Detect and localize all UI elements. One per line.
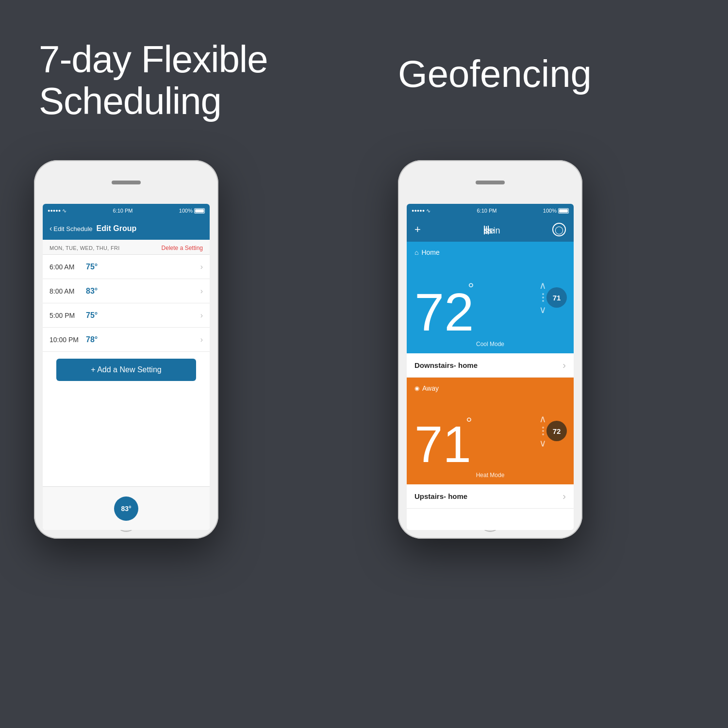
chevron-away: › <box>563 491 566 502</box>
schedule-time-3: 10:00 PM <box>50 336 86 344</box>
schedule-time-0: 6:00 AM <box>50 263 86 271</box>
away-big-temp: 71 <box>414 419 471 470</box>
away-mode: Heat Mode <box>476 472 505 479</box>
background: 7-day Flexible Scheduling Geofencing ●●●… <box>0 0 728 728</box>
temp-dots-away <box>542 427 544 435</box>
battery-label: 100% <box>179 208 193 214</box>
up-chevron-home[interactable]: ∧ <box>539 281 546 290</box>
thermostat-name-away: Upstairs- home <box>414 492 467 500</box>
thermostat-card-home[interactable]: ⌂ Home 72 ° Cool Mode ∧ ∨ 71 <box>407 242 574 353</box>
user-circle-icon: ◯ <box>555 225 563 234</box>
right-phone-screen: ●●●●● ∿ 6:10 PM 100% + sensi ◯ <box>407 204 574 530</box>
phone-left: ●●●●● ∿ 6:10 PM 100% ‹ Edit Schedule Edi… <box>34 160 218 539</box>
chevron-right-2: › <box>200 311 203 320</box>
add-setting-button[interactable]: + Add a New Setting <box>56 359 196 381</box>
status-time-right: 6:10 PM <box>477 208 497 214</box>
thermostat-list-home[interactable]: Downstairs- home › <box>407 353 574 378</box>
chevron-right-1: › <box>200 287 203 296</box>
sensi-logo: sensi <box>483 225 489 235</box>
schedule-item-2[interactable]: 5:00 PM 75° › <box>43 303 210 328</box>
chevron-right-3: › <box>200 335 203 344</box>
schedule-temp-0: 75° <box>86 263 200 271</box>
wifi-icon: ∿ <box>62 208 66 214</box>
down-chevron-away[interactable]: ∨ <box>539 438 546 448</box>
set-temp-away: 72 <box>546 421 567 441</box>
home-label-text: Home <box>421 248 439 256</box>
away-controls: ∧ ∨ <box>539 414 546 448</box>
schedule-item-1[interactable]: 8:00 AM 83° › <box>43 279 210 303</box>
home-controls: ∧ ∨ <box>539 281 546 314</box>
phone-right: ●●●●● ∿ 6:10 PM 100% + sensi ◯ <box>398 160 582 539</box>
battery-label-right: 100% <box>543 208 557 214</box>
left-phone-screen: ●●●●● ∿ 6:10 PM 100% ‹ Edit Schedule Edi… <box>43 204 210 530</box>
status-bar-left: ●●●●● ∿ 6:10 PM 100% <box>43 204 210 217</box>
thermostat-name-home: Downstairs- home <box>414 361 478 369</box>
delete-setting-link[interactable]: Delete a Setting <box>162 245 203 251</box>
signal-area: ●●●●● ∿ <box>48 208 66 214</box>
nav-bar-left: ‹ Edit Schedule Edit Group <box>43 217 210 240</box>
wifi-icon-right: ∿ <box>426 208 430 214</box>
headline-right: Geofencing <box>398 53 592 95</box>
home-degree: ° <box>468 280 474 298</box>
thermostat-card-away[interactable]: ◉ Away 71 ° Heat Mode ∧ ∨ 72 <box>407 378 574 484</box>
chevron-home: › <box>563 360 566 371</box>
home-label: ⌂ Home <box>414 248 440 256</box>
signal-dots-right: ●●●●● <box>412 208 425 213</box>
schedule-header: MON, TUE, WED, THU, FRI Delete a Setting <box>43 240 210 255</box>
chevron-right-0: › <box>200 263 203 271</box>
away-label-text: Away <box>422 384 439 392</box>
speaker-right <box>476 181 505 184</box>
schedule-temp-1: 83° <box>86 287 200 296</box>
schedule-item-0[interactable]: 6:00 AM 75° › <box>43 255 210 279</box>
days-label: MON, TUE, WED, THU, FRI <box>50 245 120 251</box>
battery-fill <box>195 209 204 213</box>
sensi-nav-bar: + sensi ◯ <box>407 217 574 242</box>
status-bar-right: ●●●●● ∿ 6:10 PM 100% <box>407 204 574 217</box>
away-label: ◉ Away <box>414 384 439 392</box>
set-temp-home: 71 <box>546 287 567 308</box>
battery-area: 100% <box>179 208 205 214</box>
battery-fill-right <box>559 209 568 213</box>
battery-area-right: 100% <box>543 208 569 214</box>
battery-icon <box>194 208 205 214</box>
schedule-time-2: 5:00 PM <box>50 312 86 319</box>
schedule-list: 6:00 AM 75° › 8:00 AM 83° › 5:00 PM 75° … <box>43 255 210 352</box>
temp-dots-home <box>542 293 544 302</box>
thermostat-list-away[interactable]: Upstairs- home › <box>407 484 574 509</box>
bottom-temp-circle: 83° <box>114 496 138 521</box>
schedule-temp-3: 78° <box>86 335 200 344</box>
down-chevron-home[interactable]: ∨ <box>539 305 546 314</box>
home-mode: Cool Mode <box>476 341 504 347</box>
schedule-item-3[interactable]: 10:00 PM 78° › <box>43 328 210 352</box>
user-icon[interactable]: ◯ <box>552 223 566 236</box>
partial-next-screen: 83° <box>43 486 210 530</box>
battery-icon-right <box>558 208 569 214</box>
away-degree: ° <box>466 414 472 432</box>
away-icon: ◉ <box>414 385 419 392</box>
signal-area-right: ●●●●● ∿ <box>412 208 430 214</box>
add-icon[interactable]: + <box>414 223 421 236</box>
home-big-temp: 72 <box>414 285 474 339</box>
speaker-left <box>112 181 141 184</box>
headline-left: 7-day Flexible Scheduling <box>39 39 268 122</box>
schedule-time-1: 8:00 AM <box>50 287 86 295</box>
add-setting-area: + Add a New Setting <box>43 359 210 381</box>
schedule-temp-2: 75° <box>86 311 200 320</box>
back-button[interactable]: ‹ Edit Schedule <box>50 224 93 233</box>
nav-title: Edit Group <box>97 224 137 233</box>
signal-dots: ●●●●● <box>48 208 61 213</box>
up-chevron-away[interactable]: ∧ <box>539 414 546 424</box>
status-time: 6:10 PM <box>113 208 133 214</box>
back-label: Edit Schedule <box>53 225 92 232</box>
back-chevron: ‹ <box>50 224 52 233</box>
home-icon: ⌂ <box>414 248 418 256</box>
